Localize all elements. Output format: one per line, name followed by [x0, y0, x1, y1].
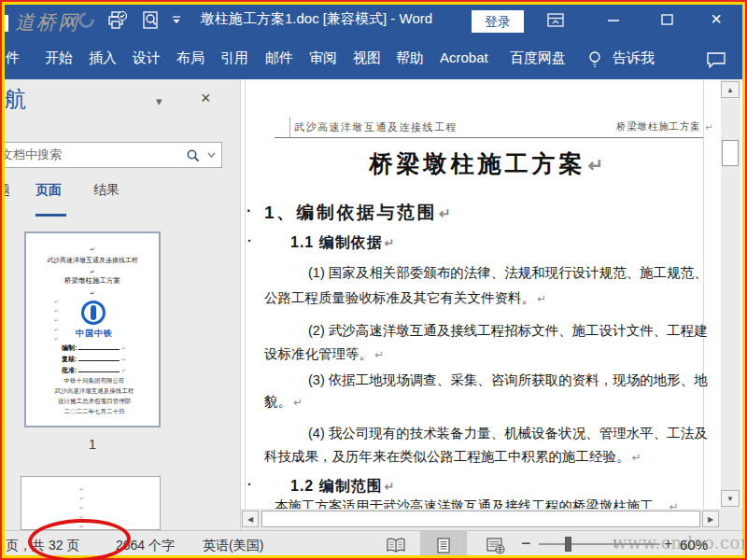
paragraph-mark: ↵: [632, 451, 641, 463]
web-layout-icon[interactable]: [486, 538, 505, 554]
doc-line: (3) 依据工地现场调查、采集、咨询所获取的资料，现场的地形、地: [264, 371, 707, 389]
horizontal-scroll-track[interactable]: [261, 511, 700, 527]
nav-close-icon[interactable]: ×: [201, 89, 211, 108]
doc-line: (2) 武沙高速洋墩互通及接线工程招标文件、施工设计文件、工程建: [264, 322, 707, 340]
document-canvas[interactable]: 武沙高速洋墩互通及连接线工程 桥梁墩柱施工方案 ↵ 桥梁墩柱施工方案↵·1、编制…: [241, 79, 747, 530]
thumb-field-row: 复核:↵: [62, 355, 126, 364]
search-icon[interactable]: [186, 148, 201, 163]
thumb-field-row: 编制:↵: [62, 343, 126, 353]
paragraph-mark: ↵: [385, 236, 396, 250]
qat-customize-icon[interactable]: [172, 16, 181, 25]
paragraph-mark: ↵: [588, 155, 608, 175]
nav-tab-headings[interactable]: 标题: [0, 182, 10, 199]
thumb-mark: ↵: [79, 503, 84, 512]
thumb-footer-line: 二〇二二年七月二十日: [26, 408, 162, 416]
page-thumbnail-2[interactable]: ↵↵↵↵↵: [21, 476, 161, 530]
header-rule: [275, 137, 703, 138]
nav-pane-title: 导航: [0, 85, 26, 114]
doc-line: 设标准化管理等。↵: [264, 345, 707, 363]
maximize-button[interactable]: [654, 0, 680, 39]
vertical-scrollbar[interactable]: ▲ ▼: [721, 79, 740, 509]
header-paragraph-mark: ↵: [705, 122, 712, 133]
nav-tab-pages[interactable]: 页面: [35, 182, 62, 199]
list-bullet: ·: [247, 477, 253, 492]
tab-8[interactable]: 审阅: [309, 39, 337, 79]
read-mode-icon[interactable]: [386, 538, 406, 553]
tab-3[interactable]: 插入: [89, 39, 117, 79]
word-count[interactable]: 2664 个字: [116, 531, 175, 559]
zoom-out-button[interactable]: −: [521, 529, 531, 557]
nav-dropdown-icon[interactable]: ▾: [156, 94, 162, 108]
comment-icon[interactable]: [706, 51, 726, 68]
zoom-percentage[interactable]: 60%: [680, 531, 708, 559]
doc-line: ·1、编制依据与范围↵: [264, 201, 707, 225]
page-header-right: 桥梁墩柱施工方案: [616, 120, 700, 133]
scroll-down-icon[interactable]: ▼: [721, 490, 740, 507]
scrollbar-corner: [721, 509, 747, 530]
search-options-chevron-icon[interactable]: [207, 152, 216, 159]
doc-line: 公路工程质量验收标准及其它有关文件资料。↵: [264, 289, 707, 307]
tab-tell-me[interactable]: 告诉我: [613, 39, 655, 79]
doc-line: (1) 国家及相关部委颁布的法律、法规和现行设计规范、施工规范、: [264, 264, 707, 282]
thumb-mark: ↵: [54, 297, 59, 306]
thumb-mark: ↵: [54, 315, 59, 325]
ribbon-tabs: 件开始插入设计布局引用邮件审阅视图帮助Acrobat百度网盘 告诉我: [0, 39, 747, 79]
tab-10[interactable]: 帮助: [396, 39, 424, 79]
language-indicator[interactable]: 英语(美国): [203, 531, 263, 559]
print-preview-icon[interactable]: [141, 10, 160, 31]
login-button[interactable]: 登录: [472, 10, 524, 33]
zoom-slider-track[interactable]: [539, 543, 660, 545]
vertical-scroll-thumb[interactable]: [722, 140, 739, 166]
scroll-right-icon[interactable]: ▶: [702, 511, 719, 527]
thumb-mark: ↵: [54, 306, 59, 315]
thumb-title-line2: 桥梁墩柱施工方案: [26, 276, 159, 286]
list-bullet: ·: [247, 233, 253, 248]
tab-5[interactable]: 布局: [176, 39, 204, 79]
page-indicator[interactable]: 页，共 32 页: [6, 531, 79, 559]
paragraph-mark: ↵: [537, 292, 546, 304]
scroll-left-icon[interactable]: ◀: [242, 511, 259, 527]
thumb-mark: ↵: [79, 484, 84, 494]
navigation-pane: 导航 ▾ × 文档中搜索 标题 页面 结果 ↵ 武沙高速洋墩互通及连接线工程 ↵…: [0, 79, 241, 530]
tab-2[interactable]: 开始: [45, 39, 73, 79]
list-bullet: ·: [247, 203, 254, 219]
thumb-footer-line: 武沙高速洋墩互通及接线工程: [26, 387, 162, 396]
print-layout-icon[interactable]: [435, 538, 452, 554]
nav-tabs: 标题 页面 结果: [0, 182, 241, 210]
doc-line: ·1.2 编制范围↵: [264, 477, 707, 497]
nav-search-placeholder: 文档中搜索: [1, 143, 62, 167]
paragraph-mark: ↵: [293, 396, 303, 408]
word-icon: [3, 15, 8, 32]
status-bar: 页，共 32 页 2664 个字 英语(美国) − + 60%: [0, 530, 747, 560]
thumbnail-1-page-number: 1: [24, 436, 161, 452]
doc-line: 桥梁墩柱施工方案↵: [264, 148, 712, 179]
thumb-footer-line: 设计施工总承包项目管理部: [26, 398, 162, 406]
window-title: 墩柱施工方案1.doc [兼容模式] - Word: [201, 0, 432, 37]
tab-11[interactable]: Acrobat: [440, 39, 488, 79]
quick-print-icon[interactable]: [105, 10, 129, 31]
nav-search-box[interactable]: 文档中搜索: [0, 142, 222, 168]
tab-12[interactable]: 百度网盘: [510, 39, 566, 79]
minimize-button[interactable]: [599, 0, 626, 39]
zoom-in-button[interactable]: +: [664, 530, 672, 558]
page-thumbnail-1[interactable]: ↵ 武沙高速洋墩互通及连接线工程 ↵ 桥梁墩柱施工方案 ↵ ↵↵↵↵↵ 中国中铁…: [24, 231, 161, 427]
close-button[interactable]: ×: [702, 0, 730, 39]
horizontal-scrollbar[interactable]: ◀ ▶: [241, 509, 721, 530]
tab-6[interactable]: 引用: [220, 39, 248, 79]
paragraph-mark: ↵: [374, 348, 384, 360]
nav-tab-results[interactable]: 结果: [93, 182, 120, 199]
title-bar: 墩柱施工方案1.doc [兼容模式] - Word 登录 ×: [0, 0, 747, 39]
china-railway-logo-text: 中国中铁: [26, 328, 162, 340]
tab-1[interactable]: 件: [6, 39, 20, 79]
tab-7[interactable]: 邮件: [265, 39, 293, 79]
thumb-field-row: 批准:↵: [62, 366, 126, 375]
zoom-slider-thumb[interactable]: [565, 537, 571, 552]
thumb-title-line1: 武沙高速洋墩互通及连接线工程: [26, 256, 159, 265]
thumb-footer-line: 中铁十局集团有限公司: [26, 377, 162, 385]
scroll-up-icon[interactable]: ▲: [721, 81, 740, 98]
tab-4[interactable]: 设计: [133, 39, 161, 79]
tab-9[interactable]: 视图: [353, 39, 381, 79]
thumb-mark: ↵: [79, 494, 84, 503]
page-header-left: 武沙高速洋墩互通及连接线工程: [294, 120, 458, 134]
zoom-slider-center-tick: [614, 539, 615, 548]
